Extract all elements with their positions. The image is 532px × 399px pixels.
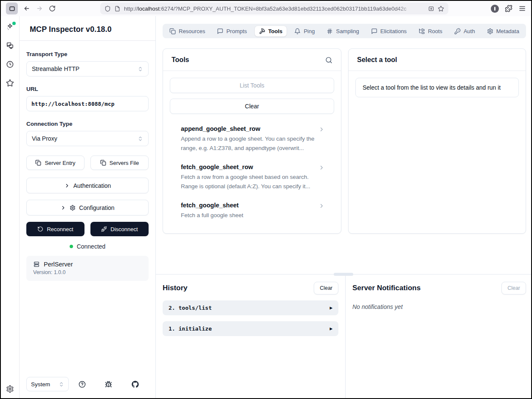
authentication-expander[interactable]: Authentication (26, 178, 149, 193)
toolbar-right-icons (491, 5, 526, 13)
server-icon (33, 261, 40, 268)
synced-tabs-icon (6, 42, 14, 50)
connection-type-label: Connection Type (26, 121, 149, 127)
back-button[interactable] (20, 2, 33, 15)
server-info-card: PerlServer Version: 1.0.0 (26, 256, 149, 281)
history-entry[interactable]: 2. tools/list ▶ (163, 300, 338, 315)
disconnect-button[interactable]: Disconnect (90, 222, 149, 236)
url-rest: :6274/?MCP_PROXY_AUTH_TOKEN=8bf3a52a63e3… (160, 6, 406, 12)
authentication-label: Authentication (73, 182, 111, 189)
history-entry-text: 1. initialize (169, 325, 212, 332)
server-entry-button[interactable]: Server Entry (26, 156, 84, 170)
history-title: History (163, 284, 188, 292)
disconnect-label: Disconnect (110, 226, 138, 232)
tab-roots[interactable]: Roots (414, 26, 447, 37)
tools-panel-title: Tools (172, 56, 189, 64)
message-icon (217, 28, 223, 34)
tool-name: fetch_google_sheet_row (181, 164, 315, 170)
sidebar-toggle-button[interactable] (6, 3, 18, 14)
server-url-input[interactable]: http://localhost:8088/mcp (26, 96, 149, 111)
history-entry[interactable]: 1. initialize ▶ (163, 321, 338, 336)
transport-type-value: Streamable HTTP (32, 65, 79, 72)
tool-list-item[interactable]: fetch_google_sheet_row Fetch a row from … (163, 158, 341, 196)
chevron-right-icon (60, 205, 66, 211)
mcp-sidebar: MCP Inspector v0.18.0 Transport Type Str… (20, 16, 156, 398)
tab-resources[interactable]: Resources (165, 26, 209, 37)
chevron-right-icon (318, 164, 325, 173)
key-icon (454, 28, 461, 34)
reconnect-button[interactable]: Reconnect (26, 222, 84, 236)
tools-panel: Tools List Tools Clear append_google_she… (163, 48, 341, 234)
servers-file-button[interactable]: Servers File (90, 156, 149, 170)
transport-type-select[interactable]: Streamable HTTP (26, 61, 149, 76)
shield-icon[interactable] (104, 6, 111, 12)
save-page-icon[interactable] (428, 6, 434, 12)
reload-button[interactable] (46, 2, 59, 15)
address-bar[interactable]: http://localhost:6274/?MCP_PROXY_AUTH_TO… (100, 3, 448, 14)
bookmark-star-icon[interactable] (438, 6, 444, 12)
connection-type-value: Via Proxy (32, 135, 57, 142)
github-icon[interactable] (132, 381, 139, 388)
tab-prompts[interactable]: Prompts (213, 26, 251, 37)
tab-sampling[interactable]: Sampling (322, 26, 363, 37)
tool-list-item[interactable]: fetch_google_sheet Fetch a full google s… (163, 196, 341, 226)
page-info-icon[interactable] (114, 6, 121, 12)
history-entry-text: 2. tools/list (169, 305, 212, 311)
menu-icon[interactable] (518, 5, 526, 12)
synced-tabs-button[interactable] (6, 42, 14, 50)
forward-button[interactable] (33, 2, 46, 15)
bookmarks-button[interactable] (6, 79, 14, 87)
url-prefix: http:// (124, 6, 138, 12)
clear-history-button[interactable]: Clear (314, 282, 338, 294)
folder-tree-icon (419, 28, 425, 34)
tab-tools[interactable]: Tools (255, 26, 287, 37)
configuration-expander[interactable]: Configuration (26, 200, 149, 215)
theme-select[interactable]: System (26, 377, 69, 391)
browser-settings-button[interactable] (6, 385, 14, 393)
hash-icon (327, 28, 333, 34)
url-text[interactable]: http://localhost:6274/?MCP_PROXY_AUTH_TO… (124, 6, 425, 12)
back-arrow-icon (23, 5, 30, 12)
clear-notifications-button[interactable]: Clear (501, 282, 526, 294)
tool-description: Fetch a full google sheet (181, 211, 315, 220)
message-icon (371, 28, 377, 34)
extensions-puzzle-icon[interactable] (505, 5, 512, 12)
tab-bar: Resources Prompts Tools Ping Sampling El… (163, 24, 526, 38)
search-icon[interactable] (325, 57, 332, 64)
resize-handle[interactable] (334, 273, 353, 276)
history-button[interactable] (6, 60, 14, 68)
chevrons-up-down-icon (138, 136, 143, 141)
chevrons-up-down-icon (59, 382, 64, 387)
url-host: localhost (138, 6, 160, 12)
connection-status-text: Connected (77, 243, 106, 250)
tool-list-item[interactable]: append_google_sheet_row Append a row to … (163, 120, 341, 158)
clock-icon (6, 60, 14, 68)
history-panel: History Clear 2. tools/list ▶ 1. initial… (156, 274, 346, 398)
sidebar-toggle-icon (9, 6, 15, 12)
tab-auth[interactable]: Auth (450, 26, 479, 37)
gear-icon (6, 385, 14, 393)
server-notifications-panel: Server Notifications Clear No notificati… (346, 274, 531, 398)
info-badge-icon[interactable] (491, 5, 499, 13)
chevrons-up-down-icon (138, 66, 143, 72)
help-icon[interactable] (79, 381, 86, 388)
tool-name: append_google_sheet_row (181, 125, 315, 132)
tab-elicitations[interactable]: Elicitations (367, 26, 411, 37)
server-entry-label: Server Entry (45, 160, 75, 166)
forward-arrow-icon (36, 5, 43, 12)
tab-metadata[interactable]: Metadata (483, 26, 524, 37)
browser-sidebar (1, 16, 20, 398)
reconnect-label: Reconnect (47, 226, 73, 232)
list-tools-button[interactable]: List Tools (170, 78, 334, 93)
panel-resize-divider[interactable] (156, 274, 531, 274)
tool-name: fetch_google_sheet (181, 202, 315, 209)
ai-chat-button[interactable] (6, 23, 14, 31)
files-icon (169, 28, 176, 34)
bug-report-icon[interactable] (105, 381, 112, 388)
unplug-icon (101, 226, 107, 232)
main-content: Resources Prompts Tools Ping Sampling El… (156, 16, 531, 398)
tab-ping[interactable]: Ping (290, 26, 319, 37)
connection-type-select[interactable]: Via Proxy (26, 131, 149, 146)
clear-tools-button[interactable]: Clear (170, 99, 334, 114)
url-label: URL (26, 86, 149, 92)
